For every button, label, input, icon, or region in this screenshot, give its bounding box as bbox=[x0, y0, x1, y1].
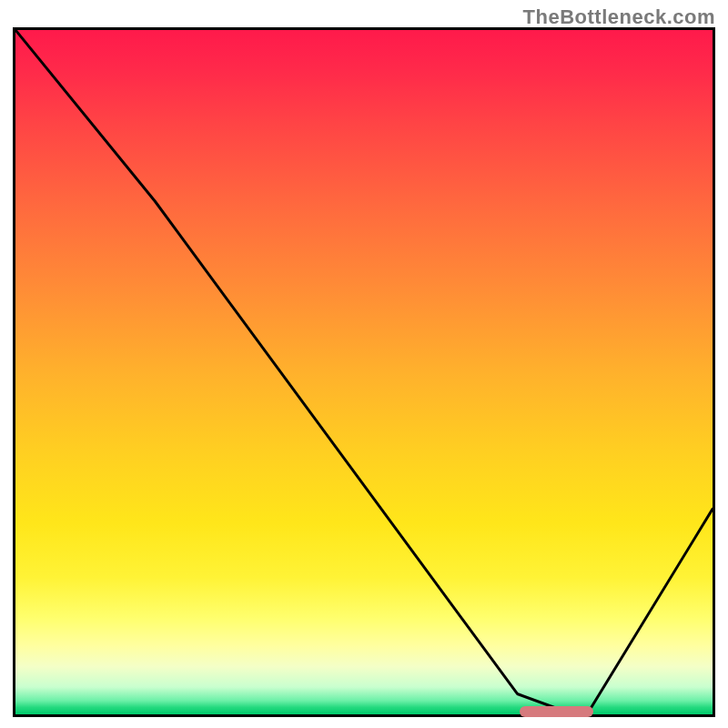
watermark-text: TheBottleneck.com bbox=[523, 5, 715, 29]
bottleneck-marker bbox=[520, 706, 593, 717]
chart-frame bbox=[13, 27, 715, 717]
curve-path bbox=[15, 30, 713, 714]
plot-area bbox=[13, 27, 715, 717]
curve-svg bbox=[15, 30, 713, 714]
